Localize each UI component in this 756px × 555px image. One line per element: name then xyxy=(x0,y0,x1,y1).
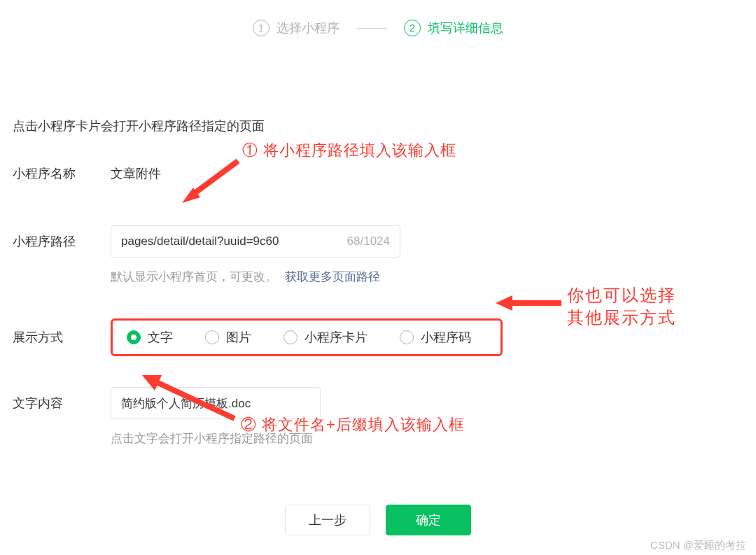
radio-dot-icon xyxy=(205,330,219,344)
radio-text-label: 文字 xyxy=(148,329,173,346)
step-2-label: 填写详细信息 xyxy=(428,20,503,36)
intro-text: 点击小程序卡片会打开小程序路径指定的页面 xyxy=(13,118,743,134)
back-button[interactable]: 上一步 xyxy=(285,505,370,535)
arrow-1-icon xyxy=(175,154,245,210)
row-path: 小程序路径 68/1024 xyxy=(13,225,743,258)
value-name: 文章附件 xyxy=(111,165,161,182)
annotation-1: ① 将小程序路径填入该输入框 xyxy=(242,140,456,161)
step-2: 2 填写详细信息 xyxy=(404,20,503,36)
annotation-right-line2: 其他展示方式 xyxy=(567,307,676,329)
path-hint: 默认显示小程序首页，可更改。 获取更多页面路径 xyxy=(111,269,743,285)
annotation-2: ② 将文件名+后缀填入该输入框 xyxy=(241,414,465,435)
path-input-wrap: 68/1024 xyxy=(111,225,400,258)
radio-dot-icon xyxy=(400,330,414,344)
label-display: 展示方式 xyxy=(13,329,111,346)
watermark: CSDN @爱睡的考拉 xyxy=(650,539,746,552)
radio-dot-icon xyxy=(127,330,141,344)
step-1-label: 选择小程序 xyxy=(276,20,340,36)
radio-card-label: 小程序卡片 xyxy=(304,329,368,346)
arrow-2-icon xyxy=(130,370,241,426)
step-separator xyxy=(356,28,387,29)
display-radio-group: 文字 图片 小程序卡片 小程序码 xyxy=(111,318,503,356)
actions-bar: 上一步 确定 xyxy=(0,505,756,535)
path-hint-text: 默认显示小程序首页，可更改。 xyxy=(111,270,277,283)
radio-code-label: 小程序码 xyxy=(421,329,471,346)
radio-dot-icon xyxy=(284,330,298,344)
radio-image[interactable]: 图片 xyxy=(205,329,251,346)
label-text: 文字内容 xyxy=(13,395,111,412)
row-name: 小程序名称 文章附件 xyxy=(13,165,743,182)
path-counter: 68/1024 xyxy=(340,234,390,248)
path-input[interactable] xyxy=(121,234,340,248)
radio-card[interactable]: 小程序卡片 xyxy=(284,329,368,346)
stepper: 1 选择小程序 2 填写详细信息 xyxy=(13,20,743,36)
label-path: 小程序路径 xyxy=(13,233,111,250)
radio-code[interactable]: 小程序码 xyxy=(400,329,471,346)
annotation-right-line1: 你也可以选择 xyxy=(567,284,676,307)
path-hint-link[interactable]: 获取更多页面路径 xyxy=(285,270,380,283)
step-1-number: 1 xyxy=(253,20,270,36)
annotation-right: 你也可以选择 其他展示方式 xyxy=(567,284,676,330)
radio-image-label: 图片 xyxy=(226,329,251,346)
radio-text[interactable]: 文字 xyxy=(127,329,173,346)
arrow-right-icon xyxy=(493,293,563,314)
step-1: 1 选择小程序 xyxy=(253,20,340,36)
svg-marker-2 xyxy=(496,295,512,311)
step-2-number: 2 xyxy=(404,20,421,36)
label-name: 小程序名称 xyxy=(13,165,111,182)
confirm-button[interactable]: 确定 xyxy=(386,505,471,535)
